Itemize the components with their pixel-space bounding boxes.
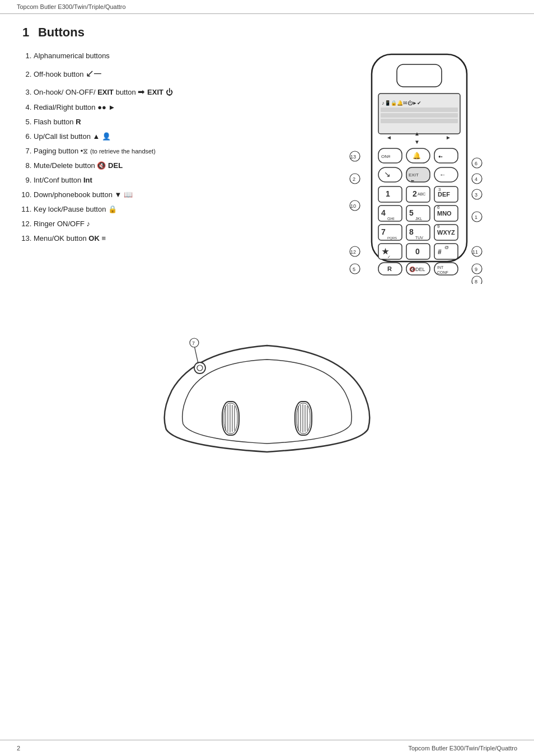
svg-text:♪📱🔒🔔✉⏻►✔: ♪📱🔒🔔✉⏻►✔ [382, 100, 421, 106]
svg-text:9: 9 [475, 267, 477, 272]
svg-text:ABC: ABC [418, 192, 425, 196]
list-item: Alphanumerical buttons [34, 49, 321, 63]
svg-text:12: 12 [350, 249, 356, 255]
svg-text:CONF: CONF [437, 270, 448, 274]
list-item: On-hook/ ON-OFF/ EXIT button ➡ EXIT ⏻ [34, 83, 321, 100]
phone-diagram: ♪📱🔒🔔✉⏻►✔ ◄ ► ▲ ▼ ON≡ 🔔 ●• [332, 49, 512, 284]
svg-rect-22 [434, 167, 458, 182]
svg-text:5: 5 [353, 267, 355, 272]
header-title: Topcom Butler E300/Twin/Triple/Quattro [17, 3, 126, 10]
list-item: Ringer ON/OFF ♪ [34, 217, 321, 231]
list-item: Off-hook button ↙─ [34, 63, 321, 83]
header-bar: Topcom Butler E300/Twin/Triple/Quattro [0, 0, 534, 14]
svg-text:✓: ✓ [387, 255, 391, 259]
svg-text:5: 5 [409, 208, 414, 217]
base-station-svg: 7 [149, 301, 385, 480]
svg-text:7: 7 [192, 340, 195, 346]
svg-text:▲: ▲ [414, 130, 420, 137]
svg-point-104 [197, 365, 203, 371]
svg-text:13: 13 [350, 154, 356, 160]
svg-text:7: 7 [381, 227, 386, 236]
svg-text:10: 10 [350, 203, 356, 209]
svg-text:JKL: JKL [415, 217, 422, 221]
svg-text:←: ← [439, 171, 446, 179]
footer-bar: 2 Topcom Butler E300/Twin/Triple/Quattro [0, 740, 534, 756]
svg-text:🔔: 🔔 [413, 151, 421, 160]
svg-text:WXYZ: WXYZ [437, 229, 455, 236]
list-item: Mute/Delete button 🔇 DEL [34, 158, 321, 173]
svg-text:🔇DEL: 🔇DEL [409, 266, 425, 273]
svg-rect-6 [381, 119, 458, 123]
svg-text:3: 3 [438, 187, 441, 192]
svg-text:EXIT: EXIT [409, 172, 419, 178]
svg-text:▼: ▼ [414, 139, 420, 145]
svg-text:●•: ●• [438, 154, 443, 159]
svg-rect-24 [378, 186, 402, 202]
svg-text:2: 2 [413, 189, 417, 198]
svg-text:MNO: MNO [437, 210, 452, 217]
footer-title: Topcom Butler E300/Twin/Triple/Quattro [408, 745, 517, 752]
svg-text:8: 8 [475, 279, 477, 284]
svg-text:0: 0 [415, 247, 420, 256]
list-item: Menu/OK button OK ≡ [34, 231, 321, 246]
base-station-section: 7 [22, 301, 512, 480]
svg-text:GHI: GHI [387, 217, 395, 221]
list-item: Flash button R [34, 115, 321, 129]
section-number: 1 [22, 25, 29, 39]
footer-page-number: 2 [17, 745, 20, 752]
svg-line-105 [194, 346, 198, 363]
main-content: 1 Buttons Alphanumerical buttons Off-hoo… [0, 14, 534, 491]
buttons-ordered-list: Alphanumerical buttons Off-hook button ↙… [22, 49, 321, 246]
list-item: Down/phonebook button ▼ 📖 [34, 188, 321, 202]
list-item: Key lock/Pause button 🔒 [34, 202, 321, 217]
svg-text:6: 6 [437, 205, 440, 210]
svg-text:11: 11 [472, 249, 478, 255]
handset-svg: ♪📱🔒🔔✉⏻►✔ ◄ ► ▲ ▼ ON≡ 🔔 ●• [338, 49, 506, 284]
list-item: Up/Call list button ▲ 👤 [34, 129, 321, 144]
svg-text:4: 4 [475, 176, 477, 182]
svg-text:TUV: TUV [415, 236, 423, 240]
svg-text:⬅: ⬅ [411, 179, 414, 183]
svg-text:1: 1 [386, 189, 390, 198]
button-list: Alphanumerical buttons Off-hook button ↙… [22, 49, 332, 284]
svg-rect-5 [381, 113, 458, 118]
svg-text:8: 8 [409, 227, 414, 236]
svg-text:3: 3 [475, 192, 477, 198]
svg-text:◄: ◄ [386, 134, 392, 141]
svg-text:2: 2 [353, 176, 355, 182]
svg-text:►: ► [446, 134, 451, 141]
svg-text:#: # [438, 248, 442, 256]
svg-text:PQRS: PQRS [387, 236, 397, 240]
top-section: Alphanumerical buttons Off-hook button ↙… [22, 49, 512, 284]
svg-rect-96 [295, 402, 312, 435]
list-item: Int/Conf button Int [34, 173, 321, 188]
list-item: Paging button •⧖ (to retrieve the handse… [34, 144, 321, 158]
svg-text:R: R [387, 265, 392, 272]
svg-rect-1 [397, 64, 442, 87]
svg-text:9: 9 [437, 224, 440, 229]
svg-text:@: @ [444, 245, 449, 250]
svg-text:↘: ↘ [384, 170, 391, 179]
svg-rect-89 [222, 402, 239, 435]
svg-rect-4 [381, 108, 458, 112]
svg-text:6: 6 [475, 161, 477, 166]
svg-text:4: 4 [381, 208, 386, 217]
section-title: Buttons [38, 25, 85, 39]
svg-text:INT: INT [437, 265, 444, 269]
svg-text:ON≡: ON≡ [381, 154, 391, 159]
svg-text:1: 1 [475, 214, 477, 220]
list-item: Redial/Right button ●● ► [34, 100, 321, 115]
